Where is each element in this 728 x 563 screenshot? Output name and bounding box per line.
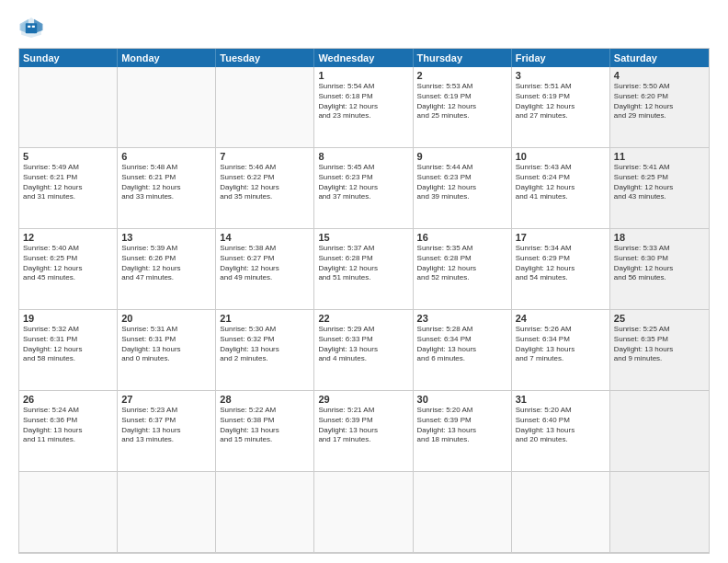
cell-info: Sunrise: 5:32 AM Sunset: 6:31 PM Dayligh… xyxy=(23,325,113,364)
logo xyxy=(18,15,48,40)
cal-cell: 9Sunrise: 5:44 AM Sunset: 6:23 PM Daylig… xyxy=(414,148,512,229)
cal-cell: 28Sunrise: 5:22 AM Sunset: 6:38 PM Dayli… xyxy=(216,391,314,472)
cal-cell: 1Sunrise: 5:54 AM Sunset: 6:18 PM Daylig… xyxy=(314,67,413,148)
cell-info: Sunrise: 5:40 AM Sunset: 6:25 PM Dayligh… xyxy=(23,244,113,283)
cal-cell: 29Sunrise: 5:21 AM Sunset: 6:39 PM Dayli… xyxy=(314,391,413,472)
header-day-sunday: Sunday xyxy=(19,49,118,67)
cal-cell: 24Sunrise: 5:26 AM Sunset: 6:34 PM Dayli… xyxy=(512,310,610,391)
cell-info: Sunrise: 5:50 AM Sunset: 6:20 PM Dayligh… xyxy=(614,82,705,121)
day-number: 8 xyxy=(318,151,408,162)
cal-cell: 18Sunrise: 5:33 AM Sunset: 6:30 PM Dayli… xyxy=(610,229,709,310)
header xyxy=(18,15,710,40)
header-day-tuesday: Tuesday xyxy=(216,49,314,67)
cell-info: Sunrise: 5:38 AM Sunset: 6:27 PM Dayligh… xyxy=(220,244,310,283)
cal-cell: 5Sunrise: 5:49 AM Sunset: 6:21 PM Daylig… xyxy=(19,148,118,229)
day-number: 29 xyxy=(318,394,408,405)
header-day-wednesday: Wednesday xyxy=(314,49,413,67)
day-number: 4 xyxy=(614,70,705,81)
cell-info: Sunrise: 5:29 AM Sunset: 6:33 PM Dayligh… xyxy=(318,325,408,364)
cell-info: Sunrise: 5:49 AM Sunset: 6:21 PM Dayligh… xyxy=(23,163,113,202)
cal-cell: 3Sunrise: 5:51 AM Sunset: 6:19 PM Daylig… xyxy=(512,67,610,148)
day-number: 6 xyxy=(121,151,211,162)
cal-cell: 4Sunrise: 5:50 AM Sunset: 6:20 PM Daylig… xyxy=(610,67,709,148)
cal-cell: 13Sunrise: 5:39 AM Sunset: 6:26 PM Dayli… xyxy=(118,229,216,310)
page: SundayMondayTuesdayWednesdayThursdayFrid… xyxy=(0,0,728,563)
header-day-thursday: Thursday xyxy=(414,49,512,67)
cell-info: Sunrise: 5:45 AM Sunset: 6:23 PM Dayligh… xyxy=(318,163,408,202)
cal-cell xyxy=(216,67,314,148)
cal-cell xyxy=(118,67,216,148)
day-number: 27 xyxy=(121,394,211,405)
cal-cell: 25Sunrise: 5:25 AM Sunset: 6:35 PM Dayli… xyxy=(610,310,709,391)
cal-cell: 15Sunrise: 5:37 AM Sunset: 6:28 PM Dayli… xyxy=(314,229,413,310)
cal-cell: 22Sunrise: 5:29 AM Sunset: 6:33 PM Dayli… xyxy=(314,310,413,391)
svg-rect-4 xyxy=(28,26,30,28)
day-number: 20 xyxy=(121,313,211,324)
day-number: 22 xyxy=(318,313,408,324)
day-number: 31 xyxy=(516,394,606,405)
cell-info: Sunrise: 5:26 AM Sunset: 6:34 PM Dayligh… xyxy=(516,325,606,364)
header-day-friday: Friday xyxy=(512,49,610,67)
day-number: 24 xyxy=(516,313,606,324)
calendar-body: 1Sunrise: 5:54 AM Sunset: 6:18 PM Daylig… xyxy=(19,67,709,553)
day-number: 1 xyxy=(318,70,408,81)
cell-info: Sunrise: 5:48 AM Sunset: 6:21 PM Dayligh… xyxy=(121,163,211,202)
day-number: 9 xyxy=(417,151,507,162)
cal-cell xyxy=(118,472,216,553)
cal-cell: 12Sunrise: 5:40 AM Sunset: 6:25 PM Dayli… xyxy=(19,229,118,310)
cell-info: Sunrise: 5:21 AM Sunset: 6:39 PM Dayligh… xyxy=(318,406,408,445)
cell-info: Sunrise: 5:20 AM Sunset: 6:40 PM Dayligh… xyxy=(516,406,606,445)
cell-info: Sunrise: 5:28 AM Sunset: 6:34 PM Dayligh… xyxy=(417,325,507,364)
cal-cell: 19Sunrise: 5:32 AM Sunset: 6:31 PM Dayli… xyxy=(19,310,118,391)
cell-info: Sunrise: 5:37 AM Sunset: 6:28 PM Dayligh… xyxy=(318,244,408,283)
cal-cell: 16Sunrise: 5:35 AM Sunset: 6:28 PM Dayli… xyxy=(414,229,512,310)
cal-cell: 17Sunrise: 5:34 AM Sunset: 6:29 PM Dayli… xyxy=(512,229,610,310)
header-day-monday: Monday xyxy=(118,49,216,67)
day-number: 10 xyxy=(516,151,606,162)
cal-cell xyxy=(19,472,118,553)
cell-info: Sunrise: 5:22 AM Sunset: 6:38 PM Dayligh… xyxy=(220,406,310,445)
cell-info: Sunrise: 5:31 AM Sunset: 6:31 PM Dayligh… xyxy=(121,325,211,364)
cell-info: Sunrise: 5:34 AM Sunset: 6:29 PM Dayligh… xyxy=(516,244,606,283)
cal-cell: 2Sunrise: 5:53 AM Sunset: 6:19 PM Daylig… xyxy=(414,67,512,148)
cal-cell: 8Sunrise: 5:45 AM Sunset: 6:23 PM Daylig… xyxy=(314,148,413,229)
cell-info: Sunrise: 5:35 AM Sunset: 6:28 PM Dayligh… xyxy=(417,244,507,283)
cal-cell: 30Sunrise: 5:20 AM Sunset: 6:39 PM Dayli… xyxy=(414,391,512,472)
cell-info: Sunrise: 5:43 AM Sunset: 6:24 PM Dayligh… xyxy=(516,163,606,202)
day-number: 12 xyxy=(23,232,113,243)
cal-cell: 21Sunrise: 5:30 AM Sunset: 6:32 PM Dayli… xyxy=(216,310,314,391)
cal-cell: 10Sunrise: 5:43 AM Sunset: 6:24 PM Dayli… xyxy=(512,148,610,229)
day-number: 30 xyxy=(417,394,507,405)
cal-cell: 14Sunrise: 5:38 AM Sunset: 6:27 PM Dayli… xyxy=(216,229,314,310)
cal-cell xyxy=(512,472,610,553)
cell-info: Sunrise: 5:20 AM Sunset: 6:39 PM Dayligh… xyxy=(417,406,507,445)
cell-info: Sunrise: 5:54 AM Sunset: 6:18 PM Dayligh… xyxy=(318,82,408,121)
day-number: 19 xyxy=(23,313,113,324)
cal-cell: 11Sunrise: 5:41 AM Sunset: 6:25 PM Dayli… xyxy=(610,148,709,229)
svg-rect-5 xyxy=(32,26,35,28)
day-number: 23 xyxy=(417,313,507,324)
cell-info: Sunrise: 5:33 AM Sunset: 6:30 PM Dayligh… xyxy=(614,244,705,283)
cal-cell: 31Sunrise: 5:20 AM Sunset: 6:40 PM Dayli… xyxy=(512,391,610,472)
day-number: 26 xyxy=(23,394,113,405)
cell-info: Sunrise: 5:30 AM Sunset: 6:32 PM Dayligh… xyxy=(220,325,310,364)
day-number: 2 xyxy=(417,70,507,81)
day-number: 13 xyxy=(121,232,211,243)
day-number: 17 xyxy=(516,232,606,243)
header-day-saturday: Saturday xyxy=(610,49,709,67)
cell-info: Sunrise: 5:39 AM Sunset: 6:26 PM Dayligh… xyxy=(121,244,211,283)
day-number: 21 xyxy=(220,313,310,324)
calendar: SundayMondayTuesdayWednesdayThursdayFrid… xyxy=(18,48,710,554)
day-number: 3 xyxy=(516,70,606,81)
svg-rect-3 xyxy=(26,23,37,33)
cal-cell: 27Sunrise: 5:23 AM Sunset: 6:37 PM Dayli… xyxy=(118,391,216,472)
cal-cell: 6Sunrise: 5:48 AM Sunset: 6:21 PM Daylig… xyxy=(118,148,216,229)
cell-info: Sunrise: 5:51 AM Sunset: 6:19 PM Dayligh… xyxy=(516,82,606,121)
cell-info: Sunrise: 5:41 AM Sunset: 6:25 PM Dayligh… xyxy=(614,163,705,202)
cell-info: Sunrise: 5:23 AM Sunset: 6:37 PM Dayligh… xyxy=(121,406,211,445)
cell-info: Sunrise: 5:53 AM Sunset: 6:19 PM Dayligh… xyxy=(417,82,507,121)
day-number: 11 xyxy=(614,151,705,162)
cal-cell: 23Sunrise: 5:28 AM Sunset: 6:34 PM Dayli… xyxy=(414,310,512,391)
cal-cell xyxy=(610,391,709,472)
cal-cell xyxy=(314,472,413,553)
